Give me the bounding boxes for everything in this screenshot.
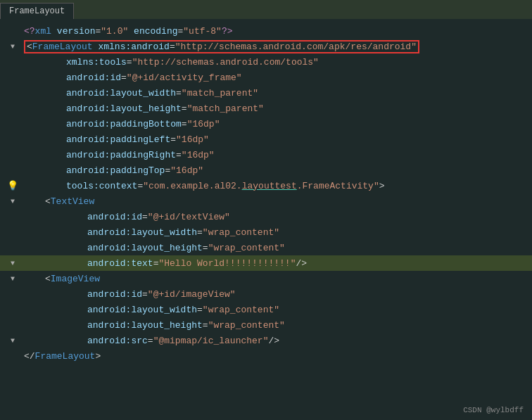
token: /> [296,258,307,269]
token: xml [35,26,51,37]
line-content: android:text="Hello World!!!!!!!!!!!!"/> [23,258,529,269]
token: = [148,336,153,346]
gutter-cell: 💡 [3,180,23,191]
line-content: xmlns:tools="http://schemas.android.com/… [23,57,529,68]
gutter-cell: ▼ [3,260,23,267]
token: "wrap_content" [208,243,285,253]
token: "1.0" [101,26,128,37]
tab-bar: FrameLayout [0,0,532,19]
token: android:src [87,336,148,346]
code-line: ▼<FrameLayout xmlns:android="http://sche… [0,39,532,54]
token: android:layout_height [66,103,182,114]
code-line: android:paddingLeft="16dp" [0,132,532,147]
line-content: <?xml version="1.0" encoding="utf-8"?> [23,26,529,37]
code-line: android:paddingRight="16dp" [0,147,532,163]
token: .FrameActivity" [297,181,379,191]
token: android:layout_width [87,227,197,238]
token: android:id [66,72,121,83]
token: "http://schemas.android.com/apk/res/andr… [175,42,417,52]
code-line: android:layout_height="wrap_content" [0,317,532,333]
line-content: android:layout_height="wrap_content" [23,243,529,253]
line-content: android:paddingBottom="16dp" [23,119,529,129]
code-line: ▼android:src="@mipmap/ic_launcher"/> [0,333,532,348]
line-content: android:layout_width="wrap_content" [23,305,529,315]
code-line: 💡tools:context="com.example.al02.layoutt… [0,178,532,193]
token: = [182,119,187,129]
line-content: android:id="@+id/textView" [23,212,529,222]
token: "com.example.al02. [143,181,241,191]
line-content: android:layout_width="match_parent" [23,88,529,98]
line-content: android:paddingRight="16dp" [23,150,529,160]
token: = [176,88,182,98]
token [128,26,134,37]
code-line: android:layout_height="wrap_content" [0,240,532,255]
code-line: <?xml version="1.0" encoding="utf-8"?> [0,23,532,39]
token: android:paddingTop [66,165,165,176]
token: android:id [87,212,142,222]
code-line: android:paddingBottom="16dp" [0,116,532,132]
token: FrameLayout [35,351,96,362]
token: "match_parent" [182,88,258,98]
gutter-cell: ▼ [3,337,23,345]
token: /> [268,336,279,346]
token: < [27,42,32,52]
token: "@mipmap/ic_launcher" [153,336,269,346]
token: android:paddingRight [66,150,176,160]
code-line: </FrameLayout> [0,348,532,364]
code-line: ▼<ImageView [0,271,532,286]
collapse-icon[interactable]: ▼ [11,198,15,205]
token: <? [24,26,35,37]
line-content: android:layout_height="wrap_content" [23,320,529,331]
token: = [142,212,148,222]
bulb-icon: 💡 [7,180,18,191]
token: android:id [87,289,142,300]
token: < [45,274,51,284]
token: android:layout_width [87,305,197,315]
code-line: android:paddingTop="16dp" [0,163,532,178]
token: "16dp" [170,165,203,176]
token: = [170,134,176,145]
token: "16dp" [187,119,220,129]
line-content: <FrameLayout xmlns:android="http://schem… [23,42,529,52]
token: android:layout_height [87,243,203,253]
token [51,26,57,37]
line-content: android:paddingLeft="16dp" [23,134,529,145]
tab-label: FrameLayout [9,6,65,16]
token: = [170,42,175,52]
token: android:layout_width [66,88,176,98]
token: ?> [222,26,233,37]
tab-framelayout[interactable]: FrameLayout [0,3,74,19]
code-line: ▼<TextView [0,193,532,209]
token: < [45,196,51,207]
token: android:text [87,258,153,269]
token: xmlns:android [98,42,169,52]
token: "@+id/imageView" [148,289,236,300]
line-content: android:id="@+id/activity_frame" [23,72,529,83]
token: > [95,351,101,362]
token: TextView [51,196,94,207]
code-line: android:layout_width="wrap_content" [0,224,532,240]
token: > [379,181,385,191]
token: </ [24,351,35,362]
token: "http://schemas.android.com/tools" [132,57,319,68]
token: android:paddingBottom [66,119,182,129]
token: version [57,26,96,37]
collapse-icon[interactable]: ▼ [11,337,15,345]
token: layouttest [242,181,297,191]
token: = [142,289,148,300]
gutter-cell: ▼ [3,198,23,205]
collapse-icon[interactable]: ▼ [11,260,15,267]
line-content: <TextView [23,196,529,207]
token: android:paddingLeft [66,134,170,145]
code-line: android:layout_width="wrap_content" [0,302,532,317]
gutter-cell: ▼ [3,43,23,51]
token: android:layout_height [87,320,203,331]
token: = [127,57,132,68]
collapse-icon[interactable]: ▼ [11,43,15,51]
token: = [197,227,203,238]
collapse-icon[interactable]: ▼ [11,275,15,283]
token: "wrap_content" [208,320,285,331]
token: "wrap_content" [203,305,279,315]
token: tools:context [66,181,137,191]
token: FrameLayout [32,42,93,52]
